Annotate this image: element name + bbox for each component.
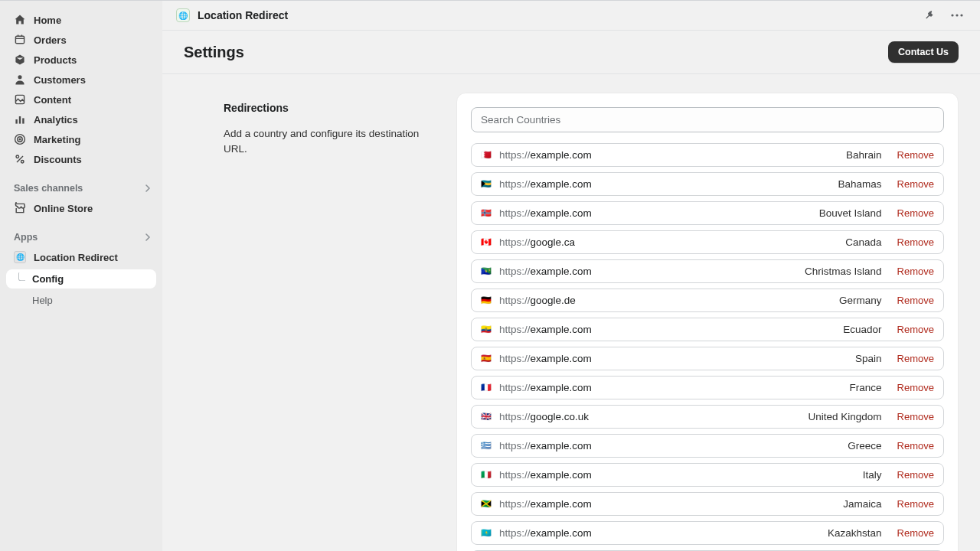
sidebar-app-location-redirect[interactable]: 🌐Location Redirect xyxy=(0,247,162,267)
topbar-title: Location Redirect xyxy=(198,9,288,21)
section-description: Add a country and configure its destinat… xyxy=(224,126,438,158)
svg-point-10 xyxy=(21,160,24,163)
remove-button[interactable]: Remove xyxy=(897,266,934,277)
redirect-row[interactable]: 🇧🇸 https://example.com Bahamas Remove xyxy=(471,172,944,196)
sidebar-subitem-help[interactable]: Help xyxy=(0,291,162,310)
redirect-row[interactable]: 🇧🇻 https://example.com Bouvet Island Rem… xyxy=(471,201,944,225)
svg-rect-5 xyxy=(22,118,24,123)
remove-button[interactable]: Remove xyxy=(897,440,934,452)
flag-icon: 🇪🇸 xyxy=(481,354,492,363)
sidebar-item-label: Products xyxy=(34,54,77,66)
products-icon xyxy=(14,54,26,66)
flag-icon: 🇧🇻 xyxy=(481,209,492,217)
sidebar-subitem-config[interactable]: Config xyxy=(6,269,156,289)
sidebar-item-label: Discounts xyxy=(34,154,82,165)
flag-icon: 🇩🇪 xyxy=(481,296,492,305)
flag-icon: 🇪🇨 xyxy=(481,325,492,334)
redirect-url: https://google.co.uk xyxy=(499,411,795,422)
flag-icon: 🇬🇧 xyxy=(481,412,492,421)
topbar: 🌐 Location Redirect xyxy=(162,1,980,31)
redirect-url: https://example.com xyxy=(499,266,791,277)
remove-button[interactable]: Remove xyxy=(897,236,934,248)
redirect-country: United Kingdom xyxy=(808,411,882,422)
redirect-row[interactable]: 🇰🇿 https://example.com Kazakhstan Remove xyxy=(471,521,944,545)
redirect-row[interactable]: 🇯🇲 https://example.com Jamaica Remove xyxy=(471,492,944,516)
redirect-country: Ecuador xyxy=(843,324,881,335)
svg-point-13 xyxy=(960,14,962,16)
sidebar-subitem-label: Config xyxy=(32,273,64,285)
flag-icon: 🇯🇲 xyxy=(481,500,492,508)
analytics-icon xyxy=(14,113,26,126)
svg-point-11 xyxy=(951,14,953,16)
redirect-url: https://example.com xyxy=(499,178,825,190)
redirect-row[interactable]: 🇪🇸 https://example.com Spain Remove xyxy=(471,347,944,370)
redirect-row[interactable]: 🇩🇪 https://google.de Germany Remove xyxy=(471,289,944,312)
redirect-row[interactable]: 🇪🇨 https://example.com Ecuador Remove xyxy=(471,318,944,341)
more-icon[interactable] xyxy=(948,11,966,20)
flag-icon: 🇨🇦 xyxy=(481,238,492,246)
sidebar-item-label: Content xyxy=(34,94,71,106)
app-icon: 🌐 xyxy=(14,251,26,263)
section-info: Redirections Add a country and configure… xyxy=(224,93,438,551)
redirect-url: https://example.com xyxy=(499,382,836,393)
redirect-row[interactable]: 🇨🇦 https://google.ca Canada Remove xyxy=(471,230,944,254)
flag-icon: 🇮🇹 xyxy=(481,471,492,479)
svg-rect-0 xyxy=(15,36,24,44)
sidebar-item-orders[interactable]: Orders xyxy=(0,30,162,50)
sidebar-item-customers[interactable]: Customers xyxy=(0,70,162,90)
redirect-url: https://example.com xyxy=(499,324,829,335)
redirect-country: Bouvet Island xyxy=(819,207,882,219)
remove-button[interactable]: Remove xyxy=(897,382,934,393)
remove-button[interactable]: Remove xyxy=(897,324,934,335)
redirect-row[interactable]: 🇮🇹 https://example.com Italy Remove xyxy=(471,463,944,487)
redirect-country: France xyxy=(850,382,882,393)
sidebar-item-products[interactable]: Products xyxy=(0,50,162,70)
redirect-row[interactable]: 🇨🇽 https://example.com Christmas Island … xyxy=(471,259,944,283)
app-icon: 🌐 xyxy=(176,8,190,22)
remove-button[interactable]: Remove xyxy=(897,469,934,481)
sidebar-section-label: Apps xyxy=(14,232,38,243)
sidebar-item-label: Location Redirect xyxy=(34,252,118,263)
sidebar-section-apps[interactable]: Apps xyxy=(0,227,162,247)
redirect-country: Bahrain xyxy=(846,149,882,161)
search-input[interactable] xyxy=(471,107,944,132)
sidebar-item-label: Marketing xyxy=(34,134,80,145)
contact-us-button[interactable]: Contact Us xyxy=(888,41,959,63)
redirect-row[interactable]: 🇬🇧 https://google.co.uk United Kingdom R… xyxy=(471,405,944,429)
sidebar-item-label: Online Store xyxy=(34,203,93,214)
remove-button[interactable]: Remove xyxy=(897,207,934,219)
svg-rect-4 xyxy=(19,116,21,124)
redirect-country: Bahamas xyxy=(838,178,882,190)
remove-button[interactable]: Remove xyxy=(897,527,934,539)
remove-button[interactable]: Remove xyxy=(897,149,934,161)
redirect-url: https://google.ca xyxy=(499,236,831,248)
sidebar-item-analytics[interactable]: Analytics xyxy=(0,109,162,129)
sidebar-item-discounts[interactable]: Discounts xyxy=(0,149,162,169)
svg-point-12 xyxy=(956,14,958,16)
pin-icon[interactable] xyxy=(922,7,939,24)
remove-button[interactable]: Remove xyxy=(897,178,934,190)
chevron-right-icon xyxy=(144,184,152,192)
redirect-url: https://google.de xyxy=(499,295,825,306)
svg-point-8 xyxy=(19,139,21,140)
redirect-row[interactable]: 🇫🇷 https://example.com France Remove xyxy=(471,376,944,399)
marketing-icon xyxy=(14,133,26,145)
redirect-country: Canada xyxy=(845,236,881,248)
sidebar-item-label: Analytics xyxy=(34,114,78,126)
sidebar: HomeOrdersProductsCustomersContentAnalyt… xyxy=(0,1,162,551)
remove-button[interactable]: Remove xyxy=(897,498,934,510)
redirect-country: Greece xyxy=(848,440,881,452)
remove-button[interactable]: Remove xyxy=(897,295,934,306)
redirect-row[interactable]: 🇧🇭 https://example.com Bahrain Remove xyxy=(471,143,944,167)
discounts-icon xyxy=(14,153,26,165)
redirect-row[interactable]: 🇬🇷 https://example.com Greece Remove xyxy=(471,434,944,458)
sidebar-item-online-store[interactable]: Online Store xyxy=(0,198,162,218)
flag-icon: 🇧🇭 xyxy=(481,151,492,159)
sidebar-item-marketing[interactable]: Marketing xyxy=(0,129,162,149)
sidebar-section-channels[interactable]: Sales channels xyxy=(0,178,162,198)
remove-button[interactable]: Remove xyxy=(897,353,934,364)
remove-button[interactable]: Remove xyxy=(897,411,934,422)
sidebar-item-content[interactable]: Content xyxy=(0,90,162,109)
redirect-url: https://example.com xyxy=(499,207,805,219)
sidebar-item-home[interactable]: Home xyxy=(0,10,162,30)
